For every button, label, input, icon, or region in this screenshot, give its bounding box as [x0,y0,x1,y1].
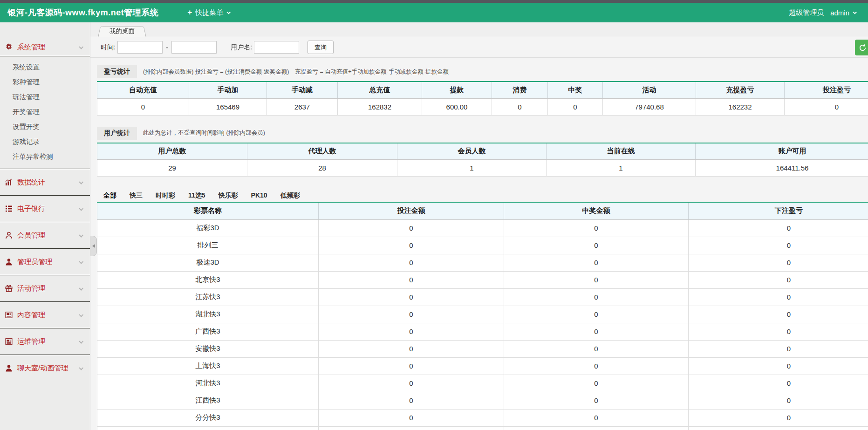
lottery-name-cell: 分分快3 [97,409,319,426]
profit-cell: 0 [689,340,868,357]
table-cell: 29 [97,160,247,177]
bet-amount-cell: 0 [319,323,504,340]
sidebar-group-label: 运维管理 [17,337,79,346]
win-amount-cell: 0 [504,426,689,430]
sidebar-group-ebank[interactable]: 电子银行 [0,196,90,222]
bet-amount-cell: 0 [319,271,504,288]
tab-my-desktop[interactable]: 我的桌面 [98,25,146,37]
lottery-tab[interactable]: PK10 [245,189,274,202]
lottery-tab[interactable]: 11选5 [182,189,212,202]
username-input[interactable] [254,41,299,54]
win-amount-cell: 0 [504,323,689,340]
sidebar-group-content[interactable]: 内容管理 [0,302,90,328]
lottery-category-tabs: 全部快三时时彩11选5快乐彩PK10低频彩 [97,189,868,203]
table-cell: 1 [397,160,547,177]
sidebar-item[interactable]: 彩种管理 [0,75,90,89]
table-cell: 0 [785,98,868,115]
lottery-tab[interactable]: 时时彩 [149,189,182,202]
lottery-name-cell: 五分快3 [97,426,319,430]
table-header-cell: 提款 [422,82,492,98]
bet-amount-cell: 0 [319,340,504,357]
quick-menu-button[interactable]: + 快捷菜单 [187,8,230,17]
chevron-down-icon [79,179,83,184]
bet-amount-cell: 0 [319,357,504,375]
user-section-note: 此处为总计，不受查询时间影响 (排除内部会员) [143,129,265,137]
table-cell: 162832 [338,98,422,115]
table-header-cell: 手动减 [267,82,338,98]
gift-icon [5,285,13,293]
table-header-cell: 账户可用 [696,143,868,160]
time-label: 时间: [101,43,116,52]
win-amount-cell: 0 [504,237,689,254]
bet-amount-cell: 0 [319,409,504,426]
lottery-name-cell: 广西快3 [97,323,319,340]
sidebar-group-chat[interactable]: 聊天室/动画管理 [0,355,90,381]
chevron-down-icon [79,286,83,290]
lottery-name-cell: 极速3D [97,254,319,271]
table-header-cell: 中奖 [548,82,603,98]
win-amount-cell: 0 [504,340,689,357]
query-button[interactable]: 查询 [308,41,334,54]
sidebar-item[interactable]: 玩法管理 [0,89,90,104]
profit-section-title: 盈亏统计 [97,65,137,78]
table-header-cell: 彩票名称 [97,203,319,219]
lottery-tab[interactable]: 快乐彩 [212,189,245,202]
app-title: 银河-凡客源码-www.fkym.net管理系统 [7,7,158,18]
win-amount-cell: 0 [504,375,689,392]
profit-cell: 0 [689,271,868,288]
lottery-tab[interactable]: 快三 [123,189,149,202]
user-section-title: 用户统计 [97,127,137,140]
time-from-input[interactable] [117,41,163,54]
sidebar-group-system[interactable]: 系统管理 [0,38,90,56]
lottery-name-cell: 湖北快3 [97,306,319,323]
chevron-down-icon [79,44,83,49]
app-header: 银河-凡客源码-www.fkym.net管理系统 + 快捷菜单 超级管理员 ad… [0,3,868,22]
table-header-cell: 总充值 [338,82,422,98]
profit-cell: 0 [689,237,868,254]
chat-icon [5,364,13,372]
sidebar-item[interactable]: 游戏记录 [0,134,90,149]
win-amount-cell: 0 [504,357,689,375]
sidebar-group-admins[interactable]: 管理员管理 [0,249,90,275]
lottery-table: 彩票名称投注金额中奖金额下注盈亏 福彩3D 0 0 0 排列三 [97,203,868,430]
sidebar-collapse-handle[interactable] [90,236,97,256]
bet-amount-cell: 0 [319,254,504,271]
sidebar-group-members[interactable]: 会员管理 [0,222,90,248]
sidebar-group-label: 电子银行 [17,205,79,213]
lottery-tab[interactable]: 低频彩 [274,189,307,202]
sidebar-item[interactable]: 设置开奖 [0,119,90,134]
win-amount-cell: 0 [504,271,689,288]
lottery-name-cell: 上海快3 [97,357,319,375]
profit-cell: 0 [689,409,868,426]
chevron-down-icon [79,339,83,343]
sidebar: 系统管理 系统设置彩种管理玩法管理开奖管理设置开奖游戏记录注单异常检测 数据统计… [0,22,90,430]
table-header-cell: 中奖金额 [504,203,689,219]
bet-amount-cell: 0 [319,392,504,409]
bet-amount-cell: 0 [319,426,504,430]
table-header-cell: 投注金额 [319,203,504,219]
table-cell: 79740.68 [603,98,696,115]
profit-cell: 0 [689,219,868,237]
time-to-input[interactable] [171,41,217,54]
lottery-tab[interactable]: 全部 [97,189,123,202]
lottery-table-body: 福彩3D 0 0 0 排列三 0 0 0 [97,219,868,430]
sidebar-item[interactable]: 系统设置 [0,60,90,75]
admin-user-icon [5,258,13,266]
ops-icon [5,338,13,346]
table-row: 安徽快3 0 0 0 [97,340,868,357]
sidebar-group-stats[interactable]: 数据统计 [0,169,90,195]
user-role-label: 超级管理员 [789,8,824,17]
profit-table: 自动充值手动加手动减总充值提款消费中奖活动充提盈亏投注盈亏 0165469263… [97,81,868,116]
sidebar-group-ops[interactable]: 运维管理 [0,328,90,355]
win-amount-cell: 0 [504,306,689,323]
sidebar-item[interactable]: 注单异常检测 [0,149,90,164]
table-row: 福彩3D 0 0 0 [97,219,868,237]
table-header-cell: 当前在线 [547,143,696,160]
member-icon [5,232,13,239]
table-header-row: 彩票名称投注金额中奖金额下注盈亏 [97,203,868,219]
username-menu[interactable]: admin [830,9,849,17]
refresh-button[interactable] [855,40,868,55]
username-label: 用户名: [231,43,252,52]
sidebar-item[interactable]: 开奖管理 [0,104,90,119]
sidebar-group-activities[interactable]: 活动管理 [0,275,90,301]
